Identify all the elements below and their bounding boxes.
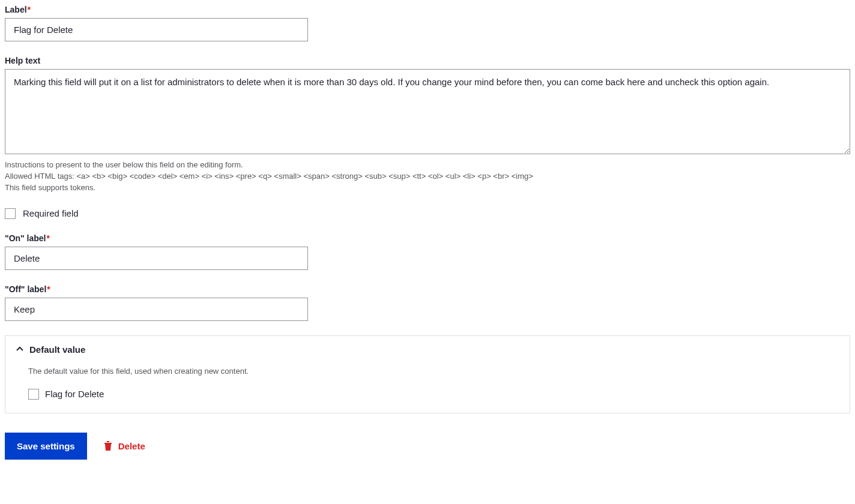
svg-rect-0 [104, 443, 112, 444]
on-label-group: "On" label* [5, 233, 850, 270]
label-text: Label [5, 5, 27, 14]
trash-icon [104, 441, 112, 451]
required-marker: * [28, 5, 31, 14]
off-label-input[interactable] [5, 298, 308, 321]
label-field-group: Label* [5, 5, 850, 41]
help-text-description: Instructions to present to the user belo… [5, 160, 850, 194]
required-field-label: Required field [23, 208, 79, 218]
required-field-checkbox[interactable] [5, 208, 16, 219]
form-actions: Save settings Delete [5, 433, 850, 460]
default-value-desc: The default value for this field, used w… [28, 367, 827, 376]
label-input[interactable] [5, 18, 308, 41]
chevron-up-icon [16, 346, 23, 353]
save-button[interactable]: Save settings [5, 433, 87, 460]
delete-label: Delete [118, 441, 145, 451]
label-field-label: Label* [5, 5, 850, 14]
off-label-group: "Off" label* [5, 284, 850, 321]
default-value-checkbox-label: Flag for Delete [45, 389, 104, 399]
on-label-text: "On" label [5, 233, 46, 243]
svg-rect-1 [107, 441, 109, 442]
off-label-label: "Off" label* [5, 284, 850, 294]
required-marker: * [47, 284, 50, 294]
on-label-label: "On" label* [5, 233, 850, 243]
default-value-details: Default value The default value for this… [5, 335, 850, 413]
help-text-desc-line1: Instructions to present to the user belo… [5, 160, 850, 171]
help-text-desc-line2: Allowed HTML tags: <a> <b> <big> <code> … [5, 171, 850, 182]
default-value-checkbox[interactable] [28, 389, 39, 400]
help-text-label: Help text [5, 56, 850, 65]
default-value-title: Default value [29, 344, 85, 355]
default-value-summary[interactable]: Default value [5, 336, 850, 363]
default-value-body: The default value for this field, used w… [5, 363, 850, 413]
help-text-textarea[interactable] [5, 69, 850, 154]
default-value-checkbox-row: Flag for Delete [28, 389, 827, 400]
help-text-group: Help text Instructions to present to the… [5, 56, 850, 194]
help-text-desc-line3: This field supports tokens. [5, 182, 850, 194]
required-field-row: Required field [5, 208, 850, 219]
on-label-input[interactable] [5, 247, 308, 270]
off-label-text: "Off" label [5, 284, 46, 294]
delete-link[interactable]: Delete [104, 441, 145, 451]
required-marker: * [47, 233, 50, 243]
